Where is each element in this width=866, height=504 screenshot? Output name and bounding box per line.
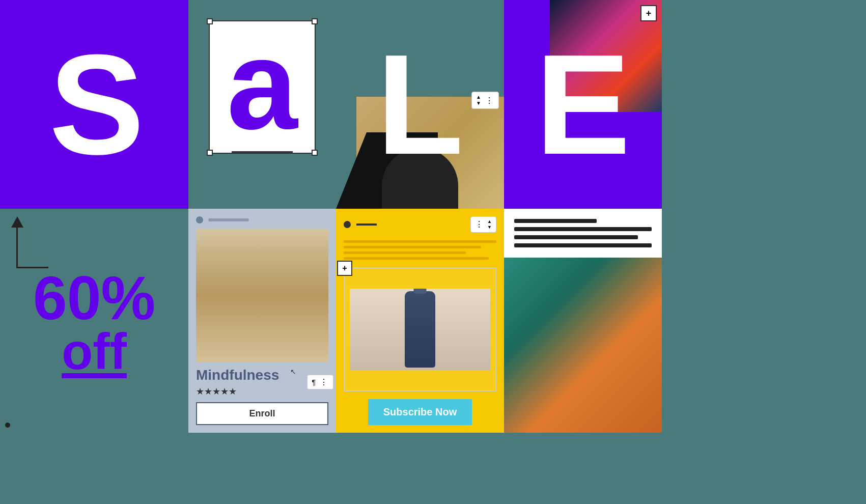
text-line-2 [344, 246, 481, 248]
product-photo [350, 289, 490, 370]
lifestyle-text-block [504, 209, 662, 258]
lifestyle-line-2 [514, 235, 638, 239]
text-toolbar[interactable]: ¶ ⋮ [307, 375, 333, 389]
letter-s: S [49, 33, 139, 176]
chevron-down-icon[interactable]: ▼ [476, 100, 481, 106]
mindfulness-header [196, 216, 328, 223]
subscribe-button[interactable]: Subscribe Now [368, 399, 472, 425]
subscribe-header-left [344, 221, 377, 228]
subscribe-header: ⋮ ▲ ▼ [344, 216, 496, 233]
cell-percent: 60% off [0, 209, 188, 433]
cell-l: L ▲ ▼ ⋮ [336, 0, 504, 209]
mindfulness-dot [196, 216, 203, 223]
plus-button-e[interactable]: + [640, 5, 657, 21]
cursor-icon: ↖ [290, 368, 296, 376]
arrow-indicator [10, 216, 48, 268]
arrow-line-vertical [16, 228, 18, 268]
dot-corner [5, 423, 10, 428]
text-line-4 [344, 257, 489, 260]
letter-l: L [376, 25, 463, 184]
corner-tl [207, 18, 213, 24]
lifestyle-title-line [514, 219, 597, 223]
hand-product-image [350, 289, 490, 370]
corner-tr [312, 18, 318, 24]
subscribe-text-lines [344, 240, 496, 260]
chevron-up-icon[interactable]: ▲ [476, 94, 481, 100]
letter-e-wrap: E [536, 33, 631, 176]
toolbar-more-icon[interactable]: ⋮ [320, 377, 329, 387]
letter-a: a [227, 21, 297, 149]
subscribe-dot [344, 221, 351, 228]
lifestyle-photo [504, 258, 662, 433]
text-line-3 [344, 251, 466, 254]
lifestyle-photo-area [504, 258, 662, 433]
main-grid: S a L ▲ ▼ ⋮ E [0, 0, 866, 504]
chevron-up-down-icon[interactable]: ▲ ▼ [476, 94, 481, 106]
cell-a: a [209, 20, 316, 154]
lifestyle-line-1 [514, 227, 652, 231]
subscribe-dash [356, 223, 377, 226]
enroll-button[interactable]: Enroll [196, 402, 328, 425]
cell-subscribe: ⋮ ▲ ▼ + Subscribe Now [336, 209, 504, 433]
lifestyle-line-3 [514, 243, 652, 247]
bottle-image [405, 291, 435, 368]
cell-a-wrapper: a [188, 0, 336, 209]
discount-label: off [62, 328, 127, 374]
text-line-1 [344, 240, 496, 243]
subscribe-chevrons[interactable]: ▲ ▼ [487, 219, 492, 230]
mindfulness-photo [196, 229, 328, 362]
yoga-person-image [196, 229, 328, 362]
underline-a [232, 151, 293, 153]
subscribe-chevron-down[interactable]: ▼ [487, 225, 492, 230]
cell-e: E + [504, 0, 662, 209]
subscribe-more-icon[interactable]: ⋮ [475, 219, 484, 229]
subscribe-chevron-up[interactable]: ▲ [487, 219, 492, 225]
product-frame: + [344, 267, 496, 391]
paragraph-icon[interactable]: ¶ [312, 378, 316, 386]
cell-mindfulness: Mindfulness ★★★★★ Enroll ¶ ⋮ ↖ [188, 209, 336, 433]
l-controls-popup[interactable]: ▲ ▼ ⋮ [471, 92, 499, 109]
letter-l-wrap: L [376, 33, 463, 176]
arrow-line-horizontal [18, 267, 48, 268]
arrow-head-icon [11, 216, 23, 228]
letter-e: E [536, 25, 631, 184]
corner-br [312, 150, 318, 156]
discount-percent: 60% [33, 267, 155, 328]
subscribe-controls[interactable]: ⋮ ▲ ▼ [470, 216, 496, 233]
more-options-icon[interactable]: ⋮ [485, 96, 494, 105]
cell-lifestyle [504, 209, 662, 433]
plus-icon-product[interactable]: + [337, 261, 352, 276]
cell-s: S [0, 0, 188, 209]
corner-bl [207, 150, 213, 156]
mindfulness-header-bar [208, 218, 249, 221]
